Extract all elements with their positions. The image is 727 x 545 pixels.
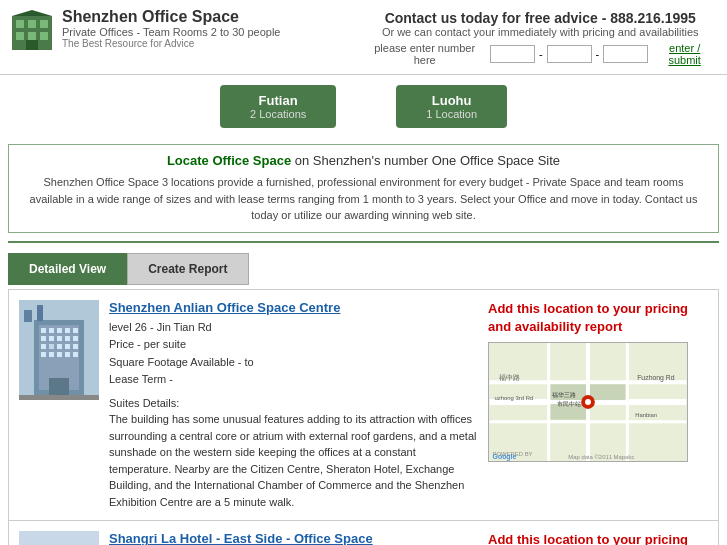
svg-text:Map data ©2011 Mapabc: Map data ©2011 Mapabc: [568, 454, 634, 460]
svg-rect-3: [40, 20, 48, 28]
svg-rect-4: [16, 32, 24, 40]
phone-input-3[interactable]: [603, 45, 648, 63]
site-desc-text: on Shenzhen's number One Office Space Si…: [291, 153, 560, 168]
svg-rect-14: [57, 328, 62, 333]
phone-input-2[interactable]: [547, 45, 592, 63]
svg-rect-26: [73, 344, 78, 349]
svg-rect-25: [65, 344, 70, 349]
phone-form: please enter number here - - enter / sub…: [364, 42, 718, 66]
svg-rect-18: [49, 336, 54, 341]
phone-dash-2: -: [596, 48, 600, 60]
listing-thumb-2: [19, 531, 99, 545]
svg-rect-15: [65, 328, 70, 333]
listing-title-1[interactable]: Shenzhen Anlian Office Space Centre: [109, 300, 478, 315]
listing-item: Shenzhen Anlian Office Space Centre leve…: [9, 290, 718, 522]
svg-rect-30: [65, 352, 70, 357]
listing-image-2: [19, 531, 99, 545]
phone-input-1[interactable]: [490, 45, 535, 63]
info-title: Locate Office Space on Shenzhen's number…: [21, 153, 706, 168]
contact-headline: Contact us today for free advice - 888.2…: [364, 10, 718, 26]
divider: [8, 241, 719, 243]
svg-rect-24: [57, 344, 62, 349]
action-buttons: Detailed View Create Report: [8, 253, 719, 285]
listing-lease-1: Lease Term -: [109, 371, 478, 389]
svg-rect-33: [19, 395, 99, 400]
svg-rect-35: [37, 305, 43, 321]
svg-rect-44: [590, 384, 625, 400]
suites-header-1: Suites Details:: [109, 397, 179, 409]
phone-label: please enter number here: [364, 42, 486, 66]
listing-right-1: Add this location to your pricing and av…: [488, 300, 708, 511]
create-report-button[interactable]: Create Report: [127, 253, 248, 285]
svg-rect-27: [41, 352, 46, 357]
detailed-view-button[interactable]: Detailed View: [8, 253, 127, 285]
svg-rect-5: [28, 32, 36, 40]
enter-submit-link[interactable]: enter / submit: [652, 42, 717, 66]
nav-tab-futian[interactable]: Futian 2 Locations: [220, 85, 336, 128]
contact-section: Contact us today for free advice - 888.2…: [364, 8, 718, 66]
listing-sqft-1: Square Footage Available - to: [109, 354, 478, 372]
svg-rect-7: [26, 40, 38, 50]
svg-rect-22: [41, 344, 46, 349]
add-link-1[interactable]: Add this location to your pricing and av…: [488, 300, 708, 336]
svg-rect-13: [49, 328, 54, 333]
svg-rect-29: [57, 352, 62, 357]
svg-text:市民中站: 市民中站: [557, 400, 581, 407]
listing-suites-1: Suites Details: The building has some un…: [109, 395, 478, 511]
svg-rect-57: [19, 531, 99, 545]
listing-price-1: Price - per suite: [109, 336, 478, 354]
svg-rect-32: [49, 378, 69, 395]
phone-dash-1: -: [539, 48, 543, 60]
page-header: Shenzhen Office Space Private Offices - …: [0, 0, 727, 75]
map-1: 福中路 Fuzhong Rd uzhong 3rd Rd 福华三路 市民中站 H…: [488, 342, 688, 462]
logo-icon: [10, 8, 54, 52]
svg-rect-28: [49, 352, 54, 357]
listing-title-2[interactable]: Shangri La Hotel - East Side - Office Sp…: [109, 531, 478, 545]
tagline1: Private Offices - Team Rooms 2 to 30 peo…: [62, 26, 280, 38]
svg-rect-19: [57, 336, 62, 341]
company-name: Shenzhen Office Space: [62, 8, 280, 26]
nav-tab-luohu-sub: 1 Location: [426, 108, 477, 120]
contact-sub: Or we can contact your immediately with …: [364, 26, 718, 38]
svg-rect-1: [16, 20, 24, 28]
svg-rect-6: [40, 32, 48, 40]
listing-item-2: Shangri La Hotel - East Side - Office Sp…: [9, 521, 718, 545]
svg-rect-20: [65, 336, 70, 341]
svg-text:Fuzhong Rd: Fuzhong Rd: [637, 374, 675, 382]
listing-info-2: Shangri La Hotel - East Side - Office Sp…: [109, 531, 478, 545]
listing-address-1: level 26 - Jin Tian Rd: [109, 319, 478, 337]
info-box: Locate Office Space on Shenzhen's number…: [8, 144, 719, 233]
svg-text:uzhong 3rd Rd: uzhong 3rd Rd: [495, 395, 534, 401]
svg-rect-2: [28, 20, 36, 28]
listing-thumb-1: [19, 300, 99, 400]
info-body: Shenzhen Office Space 3 locations provid…: [21, 174, 706, 224]
listings-container: Shenzhen Anlian Office Space Centre leve…: [8, 289, 719, 546]
svg-point-47: [585, 399, 591, 405]
svg-text:Google: Google: [493, 453, 517, 461]
svg-rect-23: [49, 344, 54, 349]
svg-rect-12: [41, 328, 46, 333]
tagline2: The Best Resource for Advice: [62, 38, 280, 49]
logo-text: Shenzhen Office Space Private Offices - …: [62, 8, 280, 49]
listing-image-1: [19, 300, 99, 400]
listing-info-1: Shenzhen Anlian Office Space Centre leve…: [109, 300, 478, 511]
svg-rect-16: [73, 328, 78, 333]
nav-tab-futian-label: Futian: [250, 93, 306, 108]
locate-text: Locate Office Space: [167, 153, 291, 168]
svg-text:Hanbian: Hanbian: [635, 412, 657, 418]
svg-rect-31: [73, 352, 78, 357]
suites-body-1: The building has some unusual features a…: [109, 413, 476, 508]
svg-marker-8: [12, 10, 52, 16]
nav-tab-luohu-label: Luohu: [426, 93, 477, 108]
listing-right-2: Add this location to your pricing and av…: [488, 531, 708, 545]
svg-text:福中路: 福中路: [500, 374, 521, 381]
svg-rect-34: [24, 310, 32, 322]
add-link-2[interactable]: Add this location to your pricing and av…: [488, 531, 708, 545]
nav-tab-luohu[interactable]: Luohu 1 Location: [396, 85, 507, 128]
svg-rect-17: [41, 336, 46, 341]
nav-tabs: Futian 2 Locations Luohu 1 Location: [0, 75, 727, 138]
nav-tab-futian-sub: 2 Locations: [250, 108, 306, 120]
logo-section: Shenzhen Office Space Private Offices - …: [10, 8, 364, 52]
svg-rect-21: [73, 336, 78, 341]
svg-text:福华三路: 福华三路: [552, 392, 576, 398]
